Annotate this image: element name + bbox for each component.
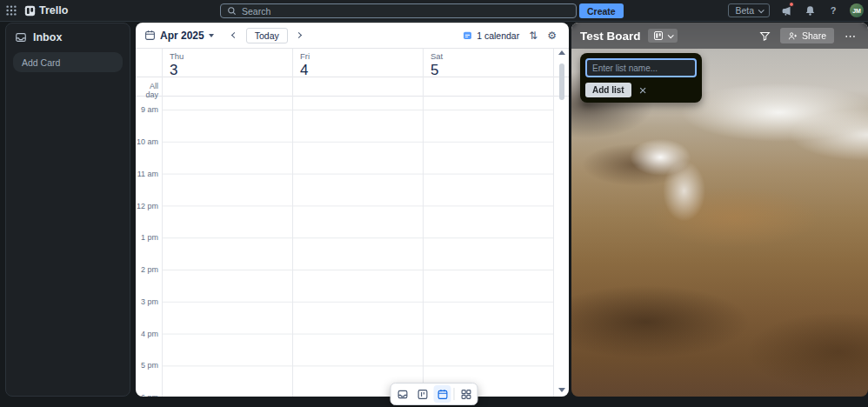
list-name-input[interactable]: [585, 58, 697, 77]
view-board-button[interactable]: [414, 385, 431, 403]
day-header-fri: Fri 4: [292, 49, 423, 77]
help-glyph: ?: [831, 5, 837, 16]
add-card-button[interactable]: Add Card: [13, 52, 123, 72]
weekday-label: Sat: [431, 51, 553, 61]
add-list-composer: Add list ×: [580, 53, 702, 103]
trello-logo-icon: [24, 5, 36, 17]
hour-label: 4 pm: [136, 330, 158, 338]
weekday-label: Fri: [300, 51, 423, 61]
board-title[interactable]: Test Board: [580, 30, 641, 43]
hour-gridlines: [162, 110, 553, 397]
planner-panel: Apr 2025 Today 1 calendar ⇅ ⚙ Thu 3: [136, 23, 569, 397]
scroll-down-icon[interactable]: [558, 388, 565, 392]
settings-gear-icon[interactable]: ⚙: [547, 30, 557, 41]
board-panel: Test Board Share ⋯: [571, 23, 868, 397]
board-view-icon: [653, 30, 664, 41]
board-views-dropdown[interactable]: [648, 29, 678, 43]
planner-toolbar: Apr 2025 Today 1 calendar ⇅ ⚙: [136, 23, 569, 49]
board-more-icon[interactable]: ⋯: [841, 29, 859, 43]
trello-logo-text: Trello: [39, 4, 68, 17]
person-add-icon: [788, 31, 798, 41]
calendar-navigation: Today: [228, 28, 306, 43]
topbar-right-group: Beta ? JM: [728, 0, 864, 21]
hour-label: 2 pm: [136, 265, 158, 274]
view-calendar-button[interactable]: [434, 385, 451, 403]
calendars-count-label: 1 calendar: [477, 30, 519, 41]
view-switcher-toolbar: [391, 383, 478, 405]
calendar-scrollbar[interactable]: [557, 50, 566, 392]
next-button[interactable]: [292, 29, 306, 43]
search-icon: [227, 6, 237, 16]
topbar-left-group: Trello: [4, 0, 68, 21]
inbox-icon: [15, 31, 27, 43]
chevron-right-icon: [296, 32, 302, 38]
scroll-up-icon[interactable]: [558, 50, 565, 55]
top-bar: Trello Create Beta ? J: [0, 0, 868, 22]
weekday-label: Thu: [170, 51, 292, 61]
all-day-row: All day: [136, 77, 569, 97]
filter-icon[interactable]: [758, 28, 773, 43]
hour-label: 12 pm: [136, 202, 158, 210]
calendar-view-icon: [437, 389, 448, 400]
beta-label: Beta: [735, 5, 754, 16]
create-button[interactable]: Create: [579, 3, 624, 18]
view-grid-button[interactable]: [457, 385, 475, 403]
calendar-icon: [144, 30, 156, 41]
blue-calendar-icon: [463, 30, 472, 40]
day-number: 4: [300, 62, 423, 79]
sort-icon[interactable]: ⇅: [529, 30, 537, 41]
column-divider: [423, 49, 424, 397]
hour-label: 10 am: [136, 137, 158, 146]
time-grid: 9 am 10 am 11 am 12 pm 1 pm 2 pm 3 pm 4 …: [136, 97, 569, 397]
calendars-selector[interactable]: 1 calendar: [463, 30, 519, 41]
day-header-row: Thu 3 Fri 4 Sat 5: [136, 49, 569, 77]
close-icon[interactable]: ×: [638, 83, 649, 97]
hour-label: 5 pm: [136, 361, 158, 370]
app-switcher-icon[interactable]: [4, 3, 18, 17]
day-header-thu: Thu 3: [162, 49, 292, 77]
search-bar[interactable]: [220, 3, 577, 18]
help-icon[interactable]: ?: [826, 3, 840, 17]
inbox-panel: Inbox Add Card: [5, 23, 130, 397]
month-label: Apr 2025: [160, 30, 204, 42]
user-avatar[interactable]: JM: [850, 3, 864, 17]
chevron-down-icon: [758, 7, 765, 13]
inbox-header: Inbox: [6, 23, 130, 50]
inbox-title: Inbox: [33, 31, 62, 43]
chevron-down-icon: [209, 34, 214, 37]
chevron-left-icon: [231, 32, 237, 38]
board-header: Test Board Share ⋯: [571, 23, 868, 49]
today-button[interactable]: Today: [246, 28, 288, 43]
announcements-icon[interactable]: [779, 3, 793, 17]
month-picker[interactable]: Apr 2025: [144, 30, 214, 42]
day-header-sat: Sat 5: [423, 49, 553, 77]
hour-label: 9 am: [136, 105, 158, 114]
grid-view-icon: [460, 389, 471, 400]
hour-label: 3 pm: [136, 297, 158, 306]
beta-dropdown[interactable]: Beta: [728, 3, 770, 17]
search-input[interactable]: [242, 6, 570, 17]
inbox-view-icon: [397, 389, 408, 400]
notification-badge: [789, 2, 794, 7]
column-divider: [162, 49, 163, 397]
board-view-icon: [417, 389, 428, 400]
chevron-down-icon: [667, 32, 673, 38]
hour-label: 6 pm: [136, 393, 158, 397]
day-number: 3: [170, 62, 292, 79]
view-inbox-button[interactable]: [394, 385, 411, 403]
scrollbar-thumb[interactable]: [559, 63, 564, 100]
hour-label: 1 pm: [136, 233, 158, 242]
add-list-button[interactable]: Add list: [585, 83, 631, 97]
column-divider: [292, 49, 293, 397]
share-button[interactable]: Share: [780, 28, 834, 43]
hour-label: 11 am: [136, 170, 158, 178]
day-number: 5: [431, 62, 553, 79]
trello-logo[interactable]: Trello: [24, 4, 68, 17]
column-divider: [553, 49, 554, 397]
toolbar-divider: [454, 388, 455, 400]
planner-toolbar-right: 1 calendar ⇅ ⚙: [463, 30, 557, 41]
prev-button[interactable]: [228, 29, 242, 43]
share-label: Share: [802, 30, 826, 41]
composer-actions: Add list ×: [585, 83, 697, 97]
bell-icon[interactable]: [803, 3, 817, 17]
